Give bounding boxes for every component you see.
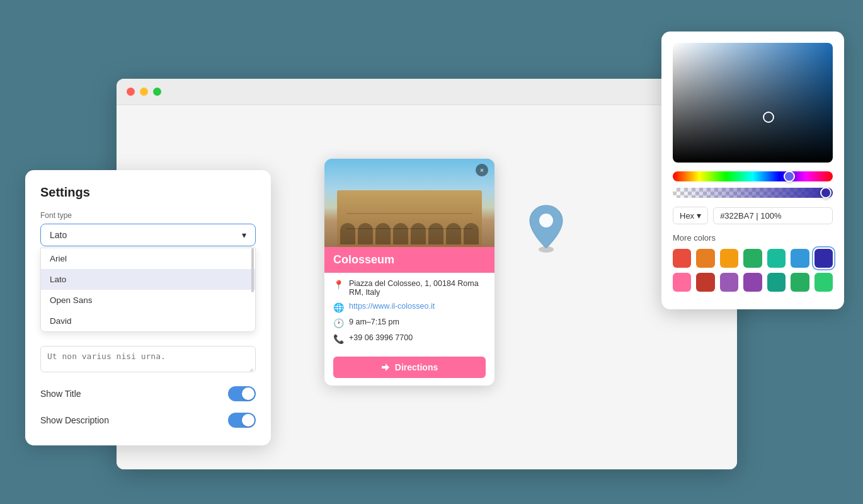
color-swatches-row1 xyxy=(673,249,833,268)
close-dot[interactable] xyxy=(127,88,135,96)
font-type-label: Font type xyxy=(40,211,256,220)
hue-thumb xyxy=(784,171,795,182)
color-picker-panel: Hex #322BA7 | 100% More colors xyxy=(661,32,844,309)
card-hours: 9 am–7:15 pm xyxy=(349,318,399,326)
svg-marker-2 xyxy=(382,364,389,371)
alpha-thumb xyxy=(820,187,832,198)
color-picker-cursor xyxy=(763,112,774,123)
textarea-wrapper: ⌟ xyxy=(40,346,256,375)
card-website[interactable]: https://www.il-colosseo.it xyxy=(349,302,435,311)
swatch-yellow[interactable] xyxy=(720,249,738,268)
location-icon: 📍 xyxy=(333,280,344,290)
swatch-purple[interactable] xyxy=(720,273,738,292)
settings-panel: Settings Font type Lato Ariel Lato Open … xyxy=(25,170,271,445)
hex-value: #322BA7 | 100% xyxy=(720,211,781,220)
swatch-green[interactable] xyxy=(743,249,762,268)
globe-icon: 🌐 xyxy=(333,302,344,312)
directions-button[interactable]: Directions xyxy=(333,357,486,378)
card-close-button[interactable]: × xyxy=(476,164,488,176)
card-phone[interactable]: +39 06 3996 7700 xyxy=(349,333,413,342)
font-option-david[interactable]: David xyxy=(41,311,255,331)
more-colors-label: More colors xyxy=(673,233,833,243)
show-description-toggle[interactable] xyxy=(228,413,256,428)
show-description-row: Show Description xyxy=(40,413,256,428)
font-option-opensans[interactable]: Open Sans xyxy=(41,290,255,311)
card-title: Colosseum xyxy=(333,253,394,266)
swatch-blue[interactable] xyxy=(791,249,809,268)
browser-titlebar xyxy=(117,79,737,105)
card-website-row: 🌐 https://www.il-colosseo.it xyxy=(333,302,486,312)
hex-format-select[interactable]: Hex xyxy=(673,207,708,224)
font-preview-textarea[interactable] xyxy=(40,346,256,372)
card-image xyxy=(324,159,494,247)
show-description-label: Show Description xyxy=(40,415,109,425)
card-address: Piazza del Colosseo, 1, 00184 Roma RM, I… xyxy=(349,279,486,297)
hex-format-label: Hex xyxy=(680,211,694,220)
clock-icon: 🕐 xyxy=(333,318,344,328)
swatch-violet[interactable] xyxy=(743,273,762,292)
swatch-lime[interactable] xyxy=(814,273,833,292)
show-title-toggle[interactable] xyxy=(228,386,256,401)
map-pin xyxy=(526,203,567,256)
maximize-dot[interactable] xyxy=(153,88,161,96)
swatch-indigo[interactable] xyxy=(814,249,833,268)
hue-slider[interactable] xyxy=(673,171,833,181)
swatch-pink[interactable] xyxy=(673,273,691,292)
card-address-row: 📍 Piazza del Colosseo, 1, 00184 Roma RM,… xyxy=(333,279,486,297)
chevron-down-icon xyxy=(242,230,246,240)
font-select-wrapper: Lato Ariel Lato Open Sans David xyxy=(40,224,256,246)
show-title-label: Show Title xyxy=(40,389,81,399)
hex-value-input[interactable]: #322BA7 | 100% xyxy=(713,207,833,224)
show-title-row: Show Title xyxy=(40,386,256,401)
font-option-lato[interactable]: Lato xyxy=(41,269,255,290)
font-option-ariel[interactable]: Ariel xyxy=(41,248,255,269)
directions-label: Directions xyxy=(395,362,438,372)
directions-icon xyxy=(381,363,390,372)
card-phone-row: 📞 +39 06 3996 7700 xyxy=(333,333,486,344)
chevron-down-icon xyxy=(697,210,701,220)
swatch-teal[interactable] xyxy=(767,249,786,268)
alpha-slider[interactable] xyxy=(673,188,833,198)
swatch-dark-green[interactable] xyxy=(791,273,809,292)
font-selected-value: Lato xyxy=(50,230,67,240)
svg-point-1 xyxy=(539,214,553,227)
swatch-dark-teal[interactable] xyxy=(767,273,786,292)
textarea-resize-handle[interactable]: ⌟ xyxy=(249,364,253,372)
font-dropdown: Ariel Lato Open Sans David xyxy=(40,248,256,332)
dropdown-scrollbar[interactable] xyxy=(251,248,254,292)
color-swatches-row2 xyxy=(673,273,833,292)
card-hours-row: 🕐 9 am–7:15 pm xyxy=(333,318,486,328)
swatch-orange[interactable] xyxy=(696,249,714,268)
settings-title: Settings xyxy=(40,185,256,200)
info-card: × xyxy=(324,159,494,386)
phone-icon: 📞 xyxy=(333,334,344,344)
hex-row: Hex #322BA7 | 100% xyxy=(673,207,833,224)
card-title-bar: Colosseum xyxy=(324,247,494,273)
swatch-dark-red[interactable] xyxy=(696,273,714,292)
swatch-red[interactable] xyxy=(673,249,691,268)
color-gradient-picker[interactable] xyxy=(673,43,833,163)
font-select-button[interactable]: Lato xyxy=(40,224,256,246)
card-details: 📍 Piazza del Colosseo, 1, 00184 Roma RM,… xyxy=(324,273,494,355)
minimize-dot[interactable] xyxy=(140,88,148,96)
